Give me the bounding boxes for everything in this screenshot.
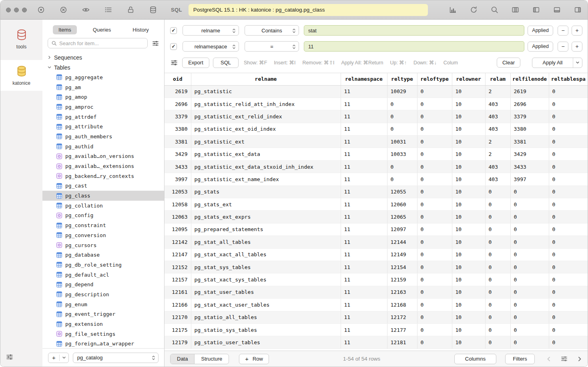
export-button[interactable]: Export [182,58,209,68]
cell-reltype[interactable]: 12149 [387,248,417,261]
cell-relowner[interactable]: 10 [452,85,485,98]
table-list-item[interactable]: pg_database [42,250,164,260]
table-row[interactable]: 12157 pg_stat_xact_sys_tables 11 12159 0… [165,273,588,286]
cell-reltablespace[interactable]: 0 [549,236,588,248]
close-circle-icon[interactable] [59,6,68,14]
filter-operator-select[interactable]: Contains [245,25,299,36]
schema-select[interactable]: pg_catalog [73,353,159,363]
filter-enabled-checkbox[interactable] [170,27,177,34]
column-header[interactable]: relfilenode [510,73,549,85]
cell-oid[interactable]: 12175 [165,323,191,336]
cell-reltablespace[interactable]: 0 [549,273,588,286]
table-list-item[interactable]: pg_config [42,211,164,221]
table-list-item[interactable]: pg_availab…_extensions [42,161,164,171]
cell-reltype[interactable]: 12065 [387,211,417,223]
table-list-item[interactable]: pg_depend [42,279,164,289]
cell-reltablespace[interactable]: 0 [549,173,588,185]
cell-relowner[interactable]: 10 [452,136,485,148]
cell-reloftype[interactable]: 0 [417,110,452,123]
table-row[interactable]: 12161 pg_stat_user_tables 11 12163 0 10 … [165,286,588,298]
table-row[interactable]: 3379 pg_statistic_ext_relid_index 11 0 0… [165,110,588,123]
table-list-item[interactable]: pg_backend…ry_contexts [42,171,164,181]
cell-relfilenode[interactable]: 2696 [510,98,549,110]
cell-relname[interactable]: pg_stats [191,185,341,198]
cell-reloftype[interactable]: 0 [417,98,452,110]
cell-reloftype[interactable]: 0 [417,273,452,286]
database-icon[interactable] [149,6,157,14]
cell-oid[interactable]: 3379 [165,110,191,123]
cell-relam[interactable]: 0 [485,211,510,223]
cell-reloftype[interactable]: 0 [417,85,452,98]
cell-reltype[interactable]: 0 [387,160,417,173]
cell-relam[interactable]: 0 [485,273,510,286]
cell-reltablespace[interactable]: 0 [549,85,588,98]
cell-reltype[interactable]: 12144 [387,236,417,248]
cell-relam[interactable]: 2 [485,148,510,160]
sidebar-tab[interactable]: Items [53,25,77,34]
cell-relowner[interactable]: 10 [452,185,485,198]
cell-relnamespace[interactable]: 11 [341,311,387,323]
cell-relname[interactable]: pg_stats_ext [191,198,341,211]
cell-relnamespace[interactable]: 11 [341,85,387,98]
cell-relfilenode[interactable]: 0 [510,323,549,336]
cell-relfilenode[interactable]: 0 [510,248,549,261]
cell-relnamespace[interactable]: 11 [341,336,387,349]
table-row[interactable]: 12170 pg_statio_all_tables 11 12172 0 10… [165,311,588,323]
toggle-bottom-panel-icon[interactable] [552,6,561,14]
cell-relnamespace[interactable]: 11 [341,236,387,248]
cell-relname[interactable]: pg_statistic_ext_data [191,148,341,160]
cell-reloftype[interactable]: 0 [417,236,452,248]
filters-button[interactable]: Filters [505,354,535,364]
cell-relfilenode[interactable]: 3381 [510,136,549,148]
filter-column-select[interactable]: relnamespace [183,41,239,52]
rail-filter-icon[interactable] [6,353,14,362]
table-list-item[interactable]: pg_file_settings [42,329,164,339]
connection-item[interactable]: tools [0,24,42,54]
cell-reltablespace[interactable]: 0 [549,136,588,148]
cell-reltablespace[interactable]: 0 [549,311,588,323]
cell-reltype[interactable]: 10031 [387,136,417,148]
cell-reloftype[interactable]: 0 [417,136,452,148]
cell-oid[interactable]: 12157 [165,273,191,286]
filter-enabled-checkbox[interactable] [170,43,177,50]
cell-relowner[interactable]: 10 [452,261,485,273]
cell-reltype[interactable]: 12060 [387,198,417,211]
table-list-item[interactable]: pg_auth_members [42,132,164,142]
cell-relam[interactable]: 0 [485,198,510,211]
cell-relnamespace[interactable]: 11 [341,198,387,211]
table-list-item[interactable]: pg_enum [42,299,164,309]
cell-relfilenode[interactable]: 3379 [510,110,549,123]
tree-group[interactable]: Tables [42,62,164,72]
cell-relnamespace[interactable]: 11 [341,248,387,261]
cell-relnamespace[interactable]: 11 [341,211,387,223]
cell-relname[interactable]: pg_stat_xact_sys_tables [191,273,341,286]
cell-relnamespace[interactable]: 11 [341,223,387,235]
cell-relam[interactable]: 2 [485,85,510,98]
cell-reltype[interactable]: 12177 [387,323,417,336]
cell-reltablespace[interactable]: 0 [549,261,588,273]
cell-relowner[interactable]: 10 [452,336,485,349]
cell-relowner[interactable]: 10 [452,286,485,298]
table-list-item[interactable]: pg_authid [42,142,164,152]
cell-oid[interactable]: 2619 [165,85,191,98]
cell-relowner[interactable]: 10 [452,273,485,286]
remove-filter-button[interactable]: − [558,26,568,36]
sql-mode-label[interactable]: SQL [171,7,182,13]
cell-reltablespace[interactable]: 0 [549,110,588,123]
cell-reltablespace[interactable]: 0 [549,299,588,311]
table-row[interactable]: 12053 pg_stats 11 12055 0 10 0 0 0 [165,185,588,198]
cell-reltablespace[interactable]: 0 [549,323,588,336]
cell-relnamespace[interactable]: 11 [341,286,387,298]
cell-relnamespace[interactable]: 11 [341,261,387,273]
table-list-item[interactable]: pg_class [42,191,164,201]
cell-relam[interactable]: 403 [485,160,510,173]
close-window-button[interactable] [6,8,11,12]
table-list-item[interactable]: pg_am [42,82,164,92]
column-header[interactable]: relname [191,73,341,85]
tree-group[interactable]: Sequences [42,52,164,62]
cell-reltype[interactable]: 12154 [387,261,417,273]
table-row[interactable]: 12179 pg_statio_user_tables 11 12181 0 1… [165,336,588,349]
table-list-item[interactable]: pg_attribute [42,122,164,132]
cell-relname[interactable]: pg_statistic [191,85,341,98]
cell-reltype[interactable]: 12181 [387,336,417,349]
